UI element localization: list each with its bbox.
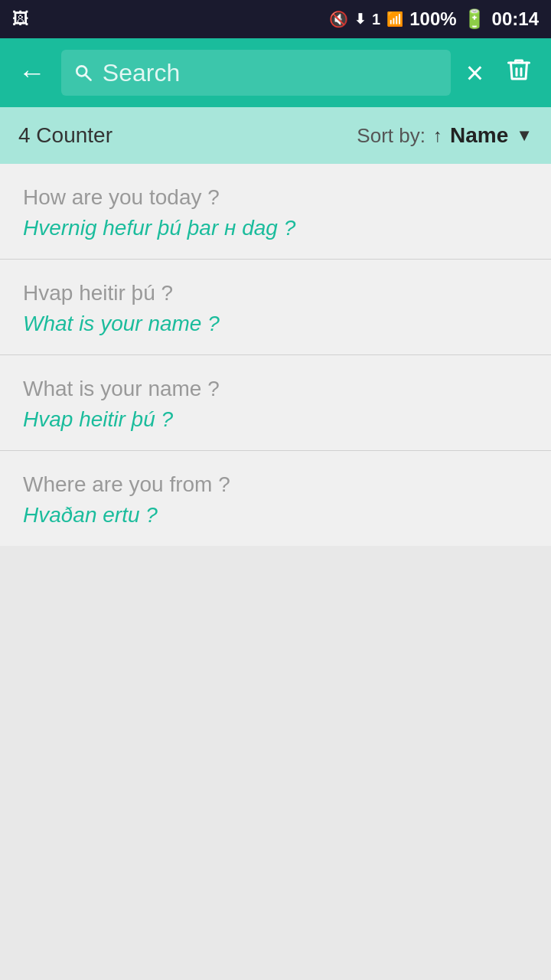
list-item[interactable]: How are you today ?Hvernig hefur þú þar … [0, 164, 551, 260]
list-item[interactable]: Нvар heitir þú ?What is your name ? [0, 260, 551, 355]
phrase-secondary-text: Hvaðan ertu ? [23, 503, 528, 528]
phrase-list: How are you today ?Hvernig hefur þú þar … [0, 164, 551, 546]
search-input[interactable] [103, 59, 439, 87]
phrase-secondary-text: Hvernig hefur þú þar н dag ? [23, 216, 528, 240]
download-icon: ⬇ [354, 11, 366, 28]
back-button[interactable]: ← [12, 51, 52, 95]
phrase-primary-text: Нvар heitir þú ? [23, 281, 528, 305]
sort-dropdown-icon[interactable]: ▼ [516, 126, 533, 145]
clear-button[interactable]: × [460, 51, 490, 94]
signal-bars: 📶 [386, 11, 403, 28]
status-left: 🖼 [12, 9, 29, 29]
search-bar: ← × [0, 38, 551, 107]
signal-num: 1 [372, 11, 380, 28]
image-icon: 🖼 [12, 9, 29, 29]
trash-button[interactable] [499, 50, 539, 96]
status-bar: 🖼 🔇 ⬇ 1 📶 100% 🔋 00:14 [0, 0, 551, 38]
counter-text: 4 Counter [18, 123, 357, 148]
phrase-primary-text: How are you today ? [23, 185, 528, 210]
mute-icon: 🔇 [329, 10, 348, 28]
sort-arrow-icon: ↑ [433, 125, 442, 146]
phrase-primary-text: Where are you from ? [23, 472, 528, 497]
trash-icon [505, 56, 533, 83]
search-icon [73, 62, 93, 83]
list-item[interactable]: Where are you from ?Hvaðan ertu ? [0, 451, 551, 546]
search-input-wrapper [61, 50, 451, 96]
clock: 00:14 [492, 8, 539, 30]
svg-line-1 [86, 75, 91, 80]
sort-section[interactable]: Sort by: ↑ Name ▼ [357, 123, 533, 148]
sort-label: Sort by: [357, 124, 425, 148]
subheader: 4 Counter Sort by: ↑ Name ▼ [0, 107, 551, 164]
list-item[interactable]: What is your name ?Нvар heitir þú ? [0, 355, 551, 451]
status-right: 🔇 ⬇ 1 📶 100% 🔋 00:14 [329, 8, 539, 30]
phrase-secondary-text: Нvар heitir þú ? [23, 407, 528, 432]
sort-name: Name [450, 123, 508, 148]
phrase-secondary-text: What is your name ? [23, 312, 528, 336]
phrase-primary-text: What is your name ? [23, 377, 528, 401]
battery-level: 100% [409, 8, 456, 30]
battery-icon: 🔋 [463, 8, 486, 30]
